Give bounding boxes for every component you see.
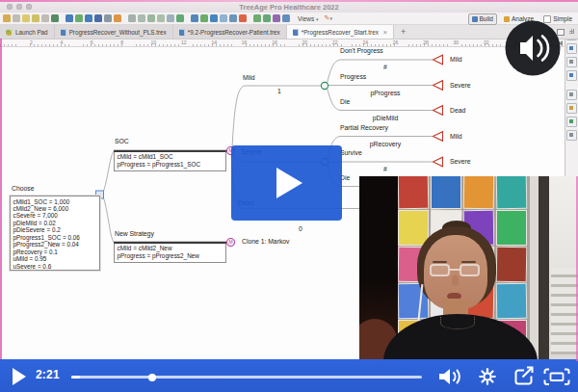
chart-icon[interactable] — [566, 117, 577, 127]
art-tile — [496, 283, 528, 320]
help-icon[interactable] — [282, 14, 290, 22]
tab-label: ProgressRecover_Without_PLS.trex — [69, 29, 167, 36]
open-icon[interactable] — [22, 14, 30, 22]
play-button[interactable] — [13, 367, 28, 385]
tree-node-icon[interactable] — [66, 14, 73, 22]
formula-line: cMild = cMild1_SOC — [118, 153, 223, 161]
ruler-number: 16 — [242, 39, 248, 45]
tab-label: Launch Pad — [15, 29, 48, 36]
build-icon — [472, 16, 478, 22]
zoom-icon[interactable] — [147, 14, 155, 22]
tab-label: *9.2-ProgressRecover-Patient.trex — [188, 29, 280, 36]
variable-line: cMild2_New = 6,000 — [13, 205, 97, 212]
table-icon[interactable] — [176, 14, 184, 22]
new-strategy-formula-box[interactable]: cMild = cMild2_NewpProgress = pProgress2… — [114, 243, 226, 263]
formula-line: pProgress = pProgress2_New — [118, 252, 223, 260]
monitor-icon[interactable] — [566, 70, 577, 81]
soc-formula-box[interactable]: cMild = cMild1_SOCpProgress = pProgress1… — [114, 151, 226, 171]
progress-bar[interactable] — [71, 376, 422, 379]
video-artifact — [0, 0, 578, 2]
palette-icon[interactable] — [566, 103, 577, 114]
ruler-number: 12 — [181, 39, 187, 45]
analyze-icon — [504, 16, 510, 22]
grid-pane-icon[interactable] — [569, 29, 574, 34]
tab-document-2[interactable]: *9.2-ProgressRecover-Patient.trex — [173, 25, 287, 39]
ruler-number: 34 — [513, 39, 519, 45]
chevron-down-icon: ▾ — [316, 16, 319, 22]
collapse-panel-icon[interactable] — [559, 40, 563, 46]
tab-launch-pad[interactable]: Launch Pad — [0, 25, 55, 39]
analyze-button[interactable]: Analyze — [501, 14, 537, 24]
back-icon[interactable] — [41, 14, 49, 22]
art-tile — [431, 176, 461, 209]
volume-button[interactable] — [435, 366, 466, 387]
import-icon[interactable] — [85, 14, 92, 22]
ruler-number: 18 — [272, 39, 277, 45]
fullscreen-icon — [545, 370, 569, 385]
ruler-number: 10 — [151, 39, 157, 45]
variable-line: pProgress2_New = 0.04 — [13, 241, 97, 248]
progress-knob[interactable] — [148, 374, 156, 381]
cloud-icon[interactable] — [220, 14, 227, 22]
pan-icon[interactable] — [138, 14, 145, 22]
chart-icon[interactable] — [191, 14, 198, 22]
simple-mode-toggle[interactable]: Simple — [540, 14, 575, 24]
window-title: TreeAge Pro Healthcare 2022 — [0, 3, 578, 12]
ruler-number: 2 — [30, 39, 33, 45]
restore-pane-icon[interactable] — [557, 29, 565, 36]
video-artifact — [0, 39, 2, 359]
build-button[interactable]: Build — [468, 13, 497, 25]
undo-icon[interactable] — [3, 14, 11, 22]
big-play-button[interactable] — [231, 145, 342, 221]
select-icon[interactable] — [157, 14, 165, 22]
variables-box[interactable]: cMild1_SOC = 1,000cMild2_New = 6,000cSev… — [10, 196, 100, 271]
grid-icon[interactable] — [200, 14, 208, 22]
art-tile — [398, 176, 429, 209]
perspective-buttons: Build Analyze Simple — [468, 13, 575, 24]
tab-label: *ProgressRecover_Start.trex — [302, 29, 379, 36]
redo-icon[interactable] — [13, 14, 20, 22]
tab-document-1[interactable]: ProgressRecover_Without_PLS.trex — [55, 25, 173, 39]
report-icon[interactable] — [210, 14, 218, 22]
tab-document-3[interactable]: *ProgressRecover_Start.trex× — [287, 25, 394, 39]
cursor-icon[interactable] — [128, 14, 136, 22]
webcam-overlay — [359, 176, 578, 361]
views-dropdown[interactable]: Views ▾ — [298, 15, 319, 22]
variable-line: pRecovery = 0.1 — [13, 248, 97, 255]
art-tile — [463, 176, 495, 209]
sync-icon[interactable] — [263, 14, 271, 22]
tab-group: Launch PadProgressRecover_Without_PLS.tr… — [0, 25, 394, 39]
ruler-number: 32 — [484, 39, 489, 45]
pencil-tool-dropdown[interactable]: ✎▾ — [325, 14, 332, 22]
video-player-frame: TreeAge Pro Healthcare 2022 Views ▾ ✎▾ B… — [0, 0, 578, 392]
share-button[interactable] — [509, 366, 538, 387]
subtree-icon[interactable] — [75, 14, 83, 22]
export-icon[interactable] — [253, 14, 261, 22]
trex-file-icon — [293, 29, 299, 36]
art-tile — [496, 176, 528, 209]
new-tab-button[interactable]: + — [394, 25, 412, 39]
horizontal-ruler: 24681012141618202224262830323436 — [0, 39, 565, 47]
close-tab-icon[interactable]: × — [383, 29, 387, 36]
fullscreen-button[interactable] — [541, 366, 572, 387]
table-icon[interactable] — [566, 57, 577, 67]
notes-icon[interactable] — [566, 43, 577, 54]
tree-settings-icon[interactable] — [104, 14, 112, 22]
settings-button[interactable] — [476, 366, 499, 387]
pencil-icon[interactable] — [566, 90, 577, 100]
variable-line: pDieMild = 0.02 — [13, 220, 97, 226]
checkbox-icon — [543, 15, 551, 23]
gear-icon — [480, 369, 495, 384]
save-icon[interactable] — [94, 14, 102, 22]
globe-icon[interactable] — [229, 14, 237, 22]
refresh-icon[interactable] — [32, 14, 39, 22]
analyze-gear-icon[interactable] — [114, 14, 121, 22]
new-tree-icon[interactable] — [51, 14, 59, 22]
window-icon[interactable] — [566, 130, 577, 141]
ruler-number: 14 — [211, 39, 217, 45]
pie-icon[interactable] — [239, 14, 247, 22]
chevron-down-icon: ▾ — [329, 15, 332, 21]
wand-icon[interactable] — [273, 14, 280, 22]
arrow-icon[interactable] — [167, 14, 174, 22]
window-titlebar: TreeAge Pro Healthcare 2022 — [0, 0, 578, 13]
